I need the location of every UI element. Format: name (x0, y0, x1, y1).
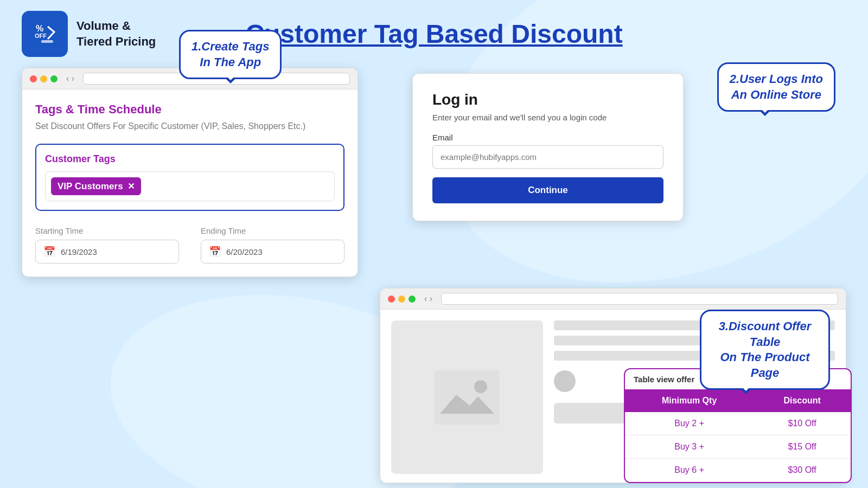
starting-time-label: Starting Time (35, 226, 179, 235)
calendar-icon-end: 📅 (209, 246, 221, 258)
starting-time-field: Starting Time 📅 6/19/2023 (35, 226, 179, 264)
logo-box: % OFF (22, 11, 68, 57)
bubble2-line1: 2.User Logs Into (730, 72, 823, 87)
product-nav: ‹ › (424, 294, 432, 304)
bubble-user-logs: 2.User Logs Into An Online Store (717, 62, 835, 112)
starting-time-input[interactable]: 📅 6/19/2023 (35, 240, 179, 264)
dot-green (50, 75, 58, 82)
nav-back: ‹ › (66, 74, 74, 84)
calendar-icon-start: 📅 (43, 246, 55, 258)
product-dot-red (388, 296, 395, 303)
dot-red (30, 75, 37, 82)
col-discount: Discount (754, 389, 851, 412)
table-row: Buy 6 + $30 Off (625, 459, 851, 482)
window-content: Tags & Time Schedule Set Discount Offers… (22, 89, 358, 277)
header: % OFF Volume & Tiered Pricing Customer T… (0, 0, 868, 68)
starting-time-value: 6/19/2023 (61, 247, 97, 256)
cell-discount: $15 Off (754, 435, 851, 459)
product-dot-yellow (398, 296, 405, 303)
section-title: Tags & Time Schedule (35, 102, 344, 117)
bottom-right: 3.Discount Offer Table On The Product Pa… (380, 288, 846, 483)
login-panel: Log in Enter your email and we'll send y… (412, 73, 684, 221)
app-window: ‹ › Tags & Time Schedule Set Discount Of… (22, 68, 358, 277)
section-desc: Set Discount Offers For Specific Custome… (35, 120, 344, 133)
svg-text:%: % (36, 24, 43, 33)
col-min-qty: Minimum Qty (625, 389, 754, 412)
table-header-row: Minimum Qty Discount (625, 389, 851, 412)
dot-yellow (40, 75, 47, 82)
ending-time-value: 6/20/2023 (226, 247, 263, 256)
bubble2-line2: An Online Store (730, 87, 823, 103)
continue-button[interactable]: Continue (432, 177, 663, 203)
email-label: Email (432, 133, 663, 142)
customer-tags-box: Customer Tags VIP Customers ✕ (35, 144, 344, 211)
product-dot-green (409, 296, 416, 303)
ending-time-field: Ending Time 📅 6/20/2023 (201, 226, 344, 264)
bubble1-line2: In The App (192, 55, 269, 70)
login-title: Log in (432, 91, 663, 108)
product-url-bar (441, 293, 838, 305)
right-section: 2.User Logs Into An Online Store Log in … (380, 68, 846, 277)
cell-discount: $10 Off (754, 412, 851, 435)
table-row: Buy 3 + $15 Off (625, 435, 851, 459)
logo-text: Volume & Tiered Pricing (76, 18, 156, 49)
product-avatar (554, 370, 576, 392)
bubble-discount-table: 3.Discount Offer Table On The Product Pa… (700, 310, 830, 390)
product-window-titlebar: ‹ › (380, 288, 846, 310)
discount-table: Minimum Qty Discount Buy 2 + $10 Off Buy… (625, 389, 851, 482)
bottom-left (22, 288, 358, 483)
page-title: Customer Tag Based Discount (245, 19, 622, 49)
cell-qty: Buy 3 + (625, 435, 754, 459)
customer-tags-label: Customer Tags (45, 153, 335, 165)
bubble3-line1: 3.Discount Offer Table (712, 319, 818, 350)
bottom-section: 3.Discount Offer Table On The Product Pa… (0, 277, 868, 483)
bubble-create-tags: 1.Create Tags In The App (179, 30, 282, 79)
product-image-placeholder (391, 320, 543, 474)
email-input[interactable] (432, 145, 663, 169)
ending-time-label: Ending Time (201, 226, 344, 235)
tag-chip-vip[interactable]: VIP Customers ✕ (51, 177, 141, 195)
bubble3-line2: On The Product Page (712, 350, 818, 381)
table-row: Buy 2 + $10 Off (625, 412, 851, 435)
bubble1-line1: 1.Create Tags (192, 39, 269, 55)
tag-close-icon[interactable]: ✕ (127, 181, 135, 191)
tag-chip-label: VIP Customers (58, 181, 123, 192)
time-row: Starting Time 📅 6/19/2023 Ending Time 📅 … (35, 226, 344, 264)
main-content: 1.Create Tags In The App ‹ › Tags & Time… (0, 68, 868, 277)
svg-rect-4 (435, 370, 500, 425)
login-subtitle: Enter your email and we'll send you a lo… (432, 113, 663, 122)
cell-qty: Buy 2 + (625, 412, 754, 435)
cell-discount: $30 Off (754, 459, 851, 482)
svg-point-5 (474, 380, 487, 393)
ending-time-input[interactable]: 📅 6/20/2023 (201, 240, 344, 264)
svg-rect-3 (41, 40, 53, 43)
left-section: 1.Create Tags In The App ‹ › Tags & Time… (22, 68, 358, 277)
logo-icon: % OFF (31, 18, 59, 49)
cell-qty: Buy 6 + (625, 459, 754, 482)
tags-input-area[interactable]: VIP Customers ✕ (45, 171, 335, 201)
svg-text:OFF: OFF (35, 33, 47, 39)
